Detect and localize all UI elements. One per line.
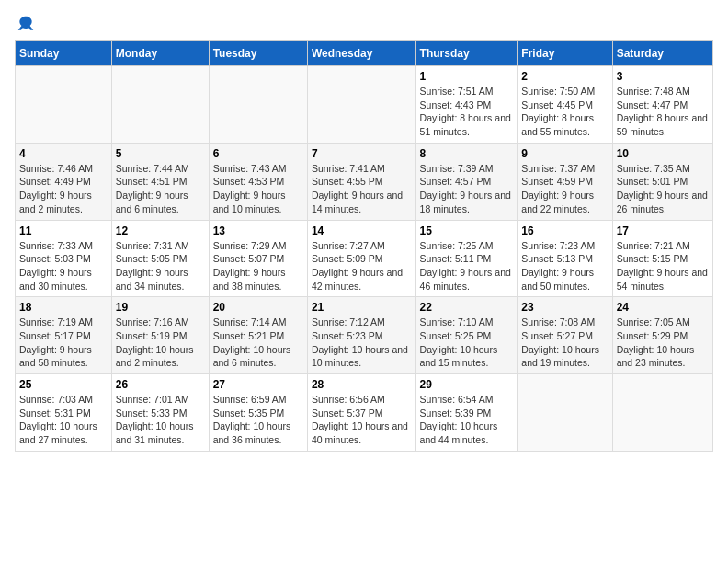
day-info: Sunrise: 6:56 AMSunset: 5:37 PMDaylight:… (312, 393, 412, 447)
header-monday: Monday (111, 41, 209, 66)
day-info: Sunrise: 7:39 AMSunset: 4:57 PMDaylight:… (420, 162, 514, 216)
calendar-cell (307, 66, 415, 144)
day-info: Sunrise: 7:31 AMSunset: 5:05 PMDaylight:… (116, 239, 205, 293)
day-number: 27 (213, 378, 303, 391)
day-number: 18 (19, 301, 108, 314)
day-number: 25 (19, 378, 108, 391)
calendar-cell: 27Sunrise: 6:59 AMSunset: 5:35 PMDayligh… (209, 374, 307, 452)
header-thursday: Thursday (415, 41, 518, 66)
day-number: 9 (521, 147, 608, 160)
calendar-week-row: 11Sunrise: 7:33 AMSunset: 5:03 PMDayligh… (16, 220, 713, 297)
calendar-header-row: SundayMondayTuesdayWednesdayThursdayFrid… (16, 41, 713, 66)
day-number: 13 (213, 224, 303, 237)
calendar-week-row: 25Sunrise: 7:03 AMSunset: 5:31 PMDayligh… (16, 374, 713, 452)
calendar-cell: 10Sunrise: 7:35 AMSunset: 5:01 PMDayligh… (612, 143, 712, 220)
day-info: Sunrise: 7:48 AMSunset: 4:47 PMDaylight:… (617, 85, 709, 139)
day-info: Sunrise: 7:12 AMSunset: 5:23 PMDaylight:… (312, 316, 412, 370)
day-info: Sunrise: 7:10 AMSunset: 5:25 PMDaylight:… (420, 316, 514, 370)
day-number: 26 (116, 378, 205, 391)
day-number: 11 (19, 224, 108, 237)
day-number: 8 (420, 147, 514, 160)
day-info: Sunrise: 7:23 AMSunset: 5:13 PMDaylight:… (521, 239, 608, 293)
day-number: 4 (19, 147, 108, 160)
calendar-cell: 4Sunrise: 7:46 AMSunset: 4:49 PMDaylight… (16, 143, 112, 220)
day-number: 16 (521, 224, 608, 237)
calendar-cell: 11Sunrise: 7:33 AMSunset: 5:03 PMDayligh… (16, 220, 112, 297)
day-number: 22 (420, 301, 514, 314)
day-info: Sunrise: 7:05 AMSunset: 5:29 PMDaylight:… (617, 316, 709, 370)
day-info: Sunrise: 7:35 AMSunset: 5:01 PMDaylight:… (617, 162, 709, 216)
day-number: 20 (213, 301, 303, 314)
day-number: 24 (617, 301, 709, 314)
calendar-cell: 28Sunrise: 6:56 AMSunset: 5:37 PMDayligh… (307, 374, 415, 452)
calendar-cell: 24Sunrise: 7:05 AMSunset: 5:29 PMDayligh… (612, 297, 712, 374)
header-saturday: Saturday (612, 41, 712, 66)
calendar-cell: 29Sunrise: 6:54 AMSunset: 5:39 PMDayligh… (415, 374, 518, 452)
calendar-cell (16, 66, 112, 144)
calendar-cell: 5Sunrise: 7:44 AMSunset: 4:51 PMDaylight… (111, 143, 209, 220)
header-wednesday: Wednesday (307, 41, 415, 66)
calendar-cell: 1Sunrise: 7:51 AMSunset: 4:43 PMDaylight… (415, 66, 518, 144)
day-info: Sunrise: 7:43 AMSunset: 4:53 PMDaylight:… (213, 162, 303, 216)
day-number: 28 (312, 378, 412, 391)
day-number: 17 (617, 224, 709, 237)
day-info: Sunrise: 7:51 AMSunset: 4:43 PMDaylight:… (420, 85, 514, 139)
day-info: Sunrise: 7:50 AMSunset: 4:45 PMDaylight:… (521, 85, 608, 139)
day-info: Sunrise: 6:54 AMSunset: 5:39 PMDaylight:… (420, 393, 514, 447)
day-info: Sunrise: 7:41 AMSunset: 4:55 PMDaylight:… (312, 162, 412, 216)
header-friday: Friday (518, 41, 612, 66)
day-number: 1 (420, 70, 514, 83)
day-number: 2 (521, 70, 608, 83)
day-number: 3 (617, 70, 709, 83)
day-number: 15 (420, 224, 514, 237)
calendar-cell: 12Sunrise: 7:31 AMSunset: 5:05 PMDayligh… (111, 220, 209, 297)
calendar-cell: 9Sunrise: 7:37 AMSunset: 4:59 PMDaylight… (518, 143, 612, 220)
day-number: 14 (312, 224, 412, 237)
day-info: Sunrise: 7:37 AMSunset: 4:59 PMDaylight:… (521, 162, 608, 216)
calendar-cell: 16Sunrise: 7:23 AMSunset: 5:13 PMDayligh… (518, 220, 612, 297)
day-info: Sunrise: 7:25 AMSunset: 5:11 PMDaylight:… (420, 239, 514, 293)
day-number: 12 (116, 224, 205, 237)
day-number: 5 (116, 147, 205, 160)
calendar-cell: 8Sunrise: 7:39 AMSunset: 4:57 PMDaylight… (415, 143, 518, 220)
header-tuesday: Tuesday (209, 41, 307, 66)
day-info: Sunrise: 7:44 AMSunset: 4:51 PMDaylight:… (116, 162, 205, 216)
calendar-cell: 6Sunrise: 7:43 AMSunset: 4:53 PMDaylight… (209, 143, 307, 220)
day-info: Sunrise: 7:33 AMSunset: 5:03 PMDaylight:… (19, 239, 108, 293)
day-number: 6 (213, 147, 303, 160)
day-info: Sunrise: 7:16 AMSunset: 5:19 PMDaylight:… (116, 316, 205, 370)
day-number: 10 (617, 147, 709, 160)
day-number: 23 (521, 301, 608, 314)
calendar-cell: 14Sunrise: 7:27 AMSunset: 5:09 PMDayligh… (307, 220, 415, 297)
day-info: Sunrise: 7:46 AMSunset: 4:49 PMDaylight:… (19, 162, 108, 216)
calendar-cell: 3Sunrise: 7:48 AMSunset: 4:47 PMDaylight… (612, 66, 712, 144)
day-info: Sunrise: 7:03 AMSunset: 5:31 PMDaylight:… (19, 393, 108, 447)
day-info: Sunrise: 6:59 AMSunset: 5:35 PMDaylight:… (213, 393, 303, 447)
calendar-cell: 2Sunrise: 7:50 AMSunset: 4:45 PMDaylight… (518, 66, 612, 144)
calendar-week-row: 18Sunrise: 7:19 AMSunset: 5:17 PMDayligh… (16, 297, 713, 374)
day-info: Sunrise: 7:19 AMSunset: 5:17 PMDaylight:… (19, 316, 108, 370)
day-info: Sunrise: 7:14 AMSunset: 5:21 PMDaylight:… (213, 316, 303, 370)
calendar-cell: 21Sunrise: 7:12 AMSunset: 5:23 PMDayligh… (307, 297, 415, 374)
calendar-cell: 15Sunrise: 7:25 AMSunset: 5:11 PMDayligh… (415, 220, 518, 297)
calendar-cell: 7Sunrise: 7:41 AMSunset: 4:55 PMDaylight… (307, 143, 415, 220)
day-info: Sunrise: 7:08 AMSunset: 5:27 PMDaylight:… (521, 316, 608, 370)
day-number: 29 (420, 378, 514, 391)
header-sunday: Sunday (16, 41, 112, 66)
day-info: Sunrise: 7:29 AMSunset: 5:07 PMDaylight:… (213, 239, 303, 293)
calendar-cell: 23Sunrise: 7:08 AMSunset: 5:27 PMDayligh… (518, 297, 612, 374)
page-header (15, 15, 713, 33)
day-info: Sunrise: 7:01 AMSunset: 5:33 PMDaylight:… (116, 393, 205, 447)
day-info: Sunrise: 7:21 AMSunset: 5:15 PMDaylight:… (617, 239, 709, 293)
calendar-cell: 17Sunrise: 7:21 AMSunset: 5:15 PMDayligh… (612, 220, 712, 297)
logo-bird-icon (17, 15, 35, 33)
calendar-cell: 19Sunrise: 7:16 AMSunset: 5:19 PMDayligh… (111, 297, 209, 374)
day-info: Sunrise: 7:27 AMSunset: 5:09 PMDaylight:… (312, 239, 412, 293)
calendar-cell: 25Sunrise: 7:03 AMSunset: 5:31 PMDayligh… (16, 374, 112, 452)
calendar-week-row: 1Sunrise: 7:51 AMSunset: 4:43 PMDaylight… (16, 66, 713, 144)
calendar-cell (111, 66, 209, 144)
calendar-cell (612, 374, 712, 452)
day-number: 19 (116, 301, 205, 314)
logo (15, 15, 35, 33)
calendar-cell: 20Sunrise: 7:14 AMSunset: 5:21 PMDayligh… (209, 297, 307, 374)
